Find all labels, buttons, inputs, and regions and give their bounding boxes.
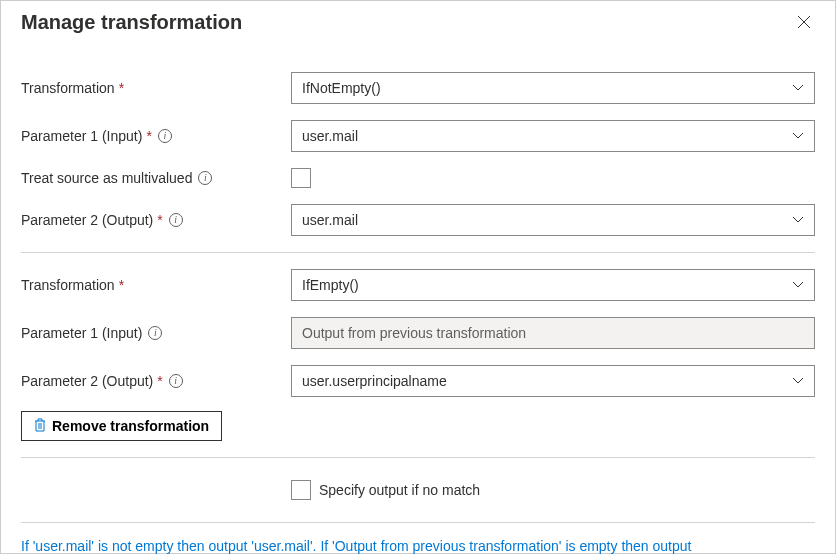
readonly-value: Output from previous transformation: [302, 325, 526, 341]
transformation-summary: If 'user.mail' is not empty then output …: [21, 537, 815, 554]
select-value: user.mail: [302, 128, 358, 144]
transformation-1-label: Transformation *: [21, 80, 291, 96]
close-icon[interactable]: [793, 11, 815, 36]
select-value: IfEmpty(): [302, 277, 359, 293]
select-value: user.mail: [302, 212, 358, 228]
chevron-down-icon: [792, 129, 804, 143]
chevron-down-icon: [792, 374, 804, 388]
info-icon[interactable]: i: [158, 129, 172, 143]
label-text: Parameter 2 (Output): [21, 373, 153, 389]
panel-title: Manage transformation: [21, 11, 242, 34]
param2-select-1[interactable]: user.mail: [291, 204, 815, 236]
remove-transformation-button[interactable]: Remove transformation: [21, 411, 222, 441]
param1-readonly-2: Output from previous transformation: [291, 317, 815, 349]
multivalued-label: Treat source as multivalued i: [21, 170, 291, 186]
required-asterisk: *: [146, 128, 151, 144]
multivalued-checkbox[interactable]: [291, 168, 311, 188]
info-icon[interactable]: i: [169, 213, 183, 227]
required-asterisk: *: [119, 80, 124, 96]
param2-label-1: Parameter 2 (Output) * i: [21, 212, 291, 228]
transformation-1-row: Transformation * IfNotEmpty(): [21, 72, 815, 104]
transformation-1-select[interactable]: IfNotEmpty(): [291, 72, 815, 104]
param1-select-1[interactable]: user.mail: [291, 120, 815, 152]
param1-label-1: Parameter 1 (Input) * i: [21, 128, 291, 144]
chevron-down-icon: [792, 278, 804, 292]
transformation-2-select[interactable]: IfEmpty(): [291, 269, 815, 301]
section-divider: [21, 252, 815, 253]
info-icon[interactable]: i: [198, 171, 212, 185]
required-asterisk: *: [119, 277, 124, 293]
specify-output-label: Specify output if no match: [319, 482, 480, 498]
specify-output-checkbox[interactable]: [291, 480, 311, 500]
param1-row-1: Parameter 1 (Input) * i user.mail: [21, 120, 815, 152]
label-text: Parameter 1 (Input): [21, 325, 142, 341]
required-asterisk: *: [157, 373, 162, 389]
param1-label-2: Parameter 1 (Input) i: [21, 325, 291, 341]
info-icon[interactable]: i: [148, 326, 162, 340]
param2-label-2: Parameter 2 (Output) * i: [21, 373, 291, 389]
trash-icon: [34, 418, 46, 434]
panel-header: Manage transformation: [21, 11, 815, 36]
chevron-down-icon: [792, 213, 804, 227]
multivalued-row: Treat source as multivalued i: [21, 168, 815, 188]
label-text: Transformation: [21, 80, 115, 96]
param1-row-2: Parameter 1 (Input) i Output from previo…: [21, 317, 815, 349]
select-value: IfNotEmpty(): [302, 80, 381, 96]
transformation-2-label: Transformation *: [21, 277, 291, 293]
label-text: Parameter 2 (Output): [21, 212, 153, 228]
param2-row-1: Parameter 2 (Output) * i user.mail: [21, 204, 815, 236]
remove-button-label: Remove transformation: [52, 418, 209, 434]
specify-output-row: Specify output if no match: [291, 480, 815, 500]
param2-select-2[interactable]: user.userprincipalname: [291, 365, 815, 397]
chevron-down-icon: [792, 81, 804, 95]
label-text: Parameter 1 (Input): [21, 128, 142, 144]
transformation-2-row: Transformation * IfEmpty(): [21, 269, 815, 301]
manage-transformation-panel: Manage transformation Transformation * I…: [0, 0, 836, 554]
param2-row-2: Parameter 2 (Output) * i user.userprinci…: [21, 365, 815, 397]
select-value: user.userprincipalname: [302, 373, 447, 389]
info-icon[interactable]: i: [169, 374, 183, 388]
label-text: Treat source as multivalued: [21, 170, 192, 186]
required-asterisk: *: [157, 212, 162, 228]
section-divider: [21, 522, 815, 523]
section-divider: [21, 457, 815, 458]
label-text: Transformation: [21, 277, 115, 293]
